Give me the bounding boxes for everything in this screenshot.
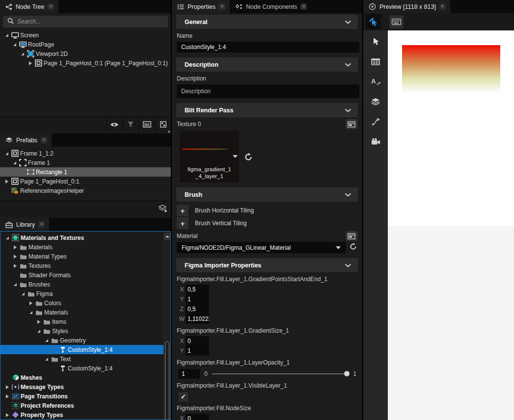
reset-texture-button[interactable] <box>244 153 253 163</box>
lib-item-geometry[interactable]: Geometry <box>0 336 163 345</box>
gradient-points-label: FigmaImporter.Fill.Layer_1.GradientPoint… <box>177 275 357 283</box>
lib-item-customstyle-geometry[interactable]: CustomStyle_1:4 <box>0 345 163 354</box>
lib-item-text[interactable]: Text <box>0 354 163 364</box>
texture-dropdown[interactable]: figma_gradient_1 _4_layer_1 <box>180 131 239 183</box>
background-style-button[interactable] <box>155 117 171 133</box>
opacity-slider[interactable] <box>212 373 349 374</box>
tab-preview[interactable]: Preview [1118 x 813] ✕ <box>363 0 450 13</box>
add-property-button[interactable]: + <box>177 205 189 216</box>
y-field[interactable]: 1 <box>186 294 209 304</box>
tab-node-tree[interactable]: Node Tree ✕ <box>0 0 58 13</box>
close-icon[interactable]: ✕ <box>41 137 47 143</box>
checker-frame-icon <box>143 121 151 130</box>
open-material-editor-button[interactable] <box>346 231 357 241</box>
opacity-grid-button[interactable] <box>138 117 155 133</box>
filter-button[interactable] <box>122 117 138 133</box>
lib-item-property-types[interactable]: Property Types <box>0 410 163 420</box>
lib-item-materials-and-textures[interactable]: Materials and Textures <box>0 233 163 242</box>
lib-item-brushes[interactable]: Brushes <box>0 280 163 289</box>
close-icon[interactable]: ✕ <box>38 221 45 228</box>
lib-item-styles[interactable]: Styles <box>0 326 163 336</box>
tab-node-components[interactable]: Node Components ✕ <box>230 0 311 13</box>
add-property-button[interactable]: + <box>177 217 189 229</box>
name-input[interactable] <box>177 42 359 52</box>
section-general[interactable]: General <box>176 15 358 29</box>
tree-item-frame-1[interactable]: Frame 1 <box>0 158 171 167</box>
text-animation-button[interactable]: A <box>371 78 380 87</box>
gradient-rectangle-node[interactable] <box>402 45 500 93</box>
search-box[interactable] <box>3 16 168 27</box>
section-blit-render-pass[interactable]: Blit Render Pass <box>176 103 358 117</box>
layers-button[interactable] <box>371 98 380 107</box>
lib-item-items[interactable]: Items <box>0 317 163 326</box>
reset-material-button[interactable] <box>349 242 357 253</box>
section-brush[interactable]: Brush <box>176 187 358 202</box>
tree-item-rootpage[interactable]: RootPage <box>0 40 171 49</box>
interact-tool-button[interactable] <box>366 14 381 29</box>
tree-item-label: Styles <box>52 328 68 335</box>
tree-item-reference-images-helper[interactable]: ReferenceImagesHelper <box>0 186 171 195</box>
section-description[interactable]: Description <box>176 57 358 72</box>
lib-item-textures[interactable]: Textures <box>0 261 163 270</box>
tree-item-pagehost[interactable]: Page 1_PageHost_0:1 (Page 1_PageHost_0:1… <box>0 58 171 68</box>
lib-item-materials[interactable]: Materials <box>0 242 163 252</box>
opacity-value-field[interactable]: 1 <box>178 369 200 379</box>
library-scrollbar[interactable] <box>163 232 170 420</box>
lib-item-figma-materials[interactable]: Materials <box>0 308 163 317</box>
filter-icon <box>127 121 134 130</box>
lib-item-meshes[interactable]: Meshes <box>0 373 163 382</box>
lib-item-figma[interactable]: Figma <box>0 289 163 298</box>
lib-item-shader-formats[interactable]: Shader Formats <box>0 270 163 280</box>
data-sources-button[interactable] <box>371 58 380 67</box>
lib-item-colors[interactable]: Colors <box>0 298 163 308</box>
lib-item-message-types[interactable]: Message Types <box>0 382 163 392</box>
w-field[interactable]: 1,110223 <box>186 314 209 324</box>
y-field[interactable]: 1 <box>186 346 209 356</box>
section-figma-importer[interactable]: Figma Importer Properties <box>176 258 358 272</box>
tree-item-screen[interactable]: Screen <box>0 30 171 40</box>
x-field[interactable]: 0,5 <box>186 285 209 294</box>
page-icon <box>10 178 20 185</box>
section-title: Blit Render Pass <box>185 107 233 114</box>
close-icon[interactable]: ✕ <box>439 3 446 10</box>
state-tools-button[interactable] <box>372 118 380 128</box>
gradient-points-fields: X0,5 Y1 Z0,5 W1,110223 <box>178 285 362 324</box>
slider-min-label: 0 <box>204 370 208 377</box>
close-icon[interactable]: ✕ <box>300 3 307 10</box>
visible-layer-checkbox[interactable]: ✓ <box>179 392 188 401</box>
slider-handle[interactable] <box>344 371 350 376</box>
select-tool-button[interactable] <box>372 37 379 48</box>
visibility-toggle-button[interactable] <box>106 117 122 133</box>
tree-item-viewport-2d[interactable]: Viewport 2D <box>0 49 171 58</box>
tree-item-label: Shader Formats <box>28 272 71 279</box>
tree-item-page-pagehost[interactable]: Page 1_PageHost_0:1 <box>0 177 171 186</box>
preview-viewport[interactable] <box>388 30 514 420</box>
virtual-keyboard-button[interactable] <box>389 15 404 28</box>
close-icon[interactable]: ✕ <box>219 3 225 10</box>
material-dropdown[interactable]: Figma/NODE2D/Figma_GLinear_Material <box>177 242 346 253</box>
tree-item-rectangle-1[interactable]: Rectangle 1 <box>0 167 171 177</box>
scrollbar-thumb[interactable] <box>165 341 169 420</box>
lib-item-project-references[interactable]: Project References <box>0 401 163 410</box>
search-input[interactable] <box>17 18 163 25</box>
x-field[interactable]: 0 <box>186 336 209 346</box>
lib-item-customstyle-text[interactable]: CustomStyle_1:4 <box>0 364 163 373</box>
tab-prefabs[interactable]: Prefabs ✕ <box>0 133 52 147</box>
x-field[interactable]: 0 <box>186 414 209 420</box>
z-field[interactable]: 0,5 <box>186 304 209 314</box>
tab-library[interactable]: Library ✕ <box>0 218 49 231</box>
properties-icon <box>177 4 184 10</box>
tree-item-frame-1-1-2[interactable]: Frame 1_1:2 <box>0 149 171 158</box>
description-input[interactable] <box>177 84 359 98</box>
add-prefab-button[interactable] <box>155 201 171 218</box>
tab-properties[interactable]: Properties ✕ <box>172 0 230 13</box>
lib-item-material-types[interactable]: Material Types <box>0 252 163 261</box>
scroll-up-icon[interactable] <box>164 233 170 240</box>
lib-item-page-transitions[interactable]: Page Transitions <box>0 392 163 401</box>
texture-row: figma_gradient_1 _4_layer_1 <box>180 131 362 183</box>
open-texture-editor-button[interactable] <box>346 119 357 129</box>
preview-screen-area[interactable] <box>388 30 514 226</box>
camera-button[interactable] <box>371 138 380 147</box>
camera-icon <box>371 138 380 145</box>
close-icon[interactable]: ✕ <box>48 3 54 10</box>
